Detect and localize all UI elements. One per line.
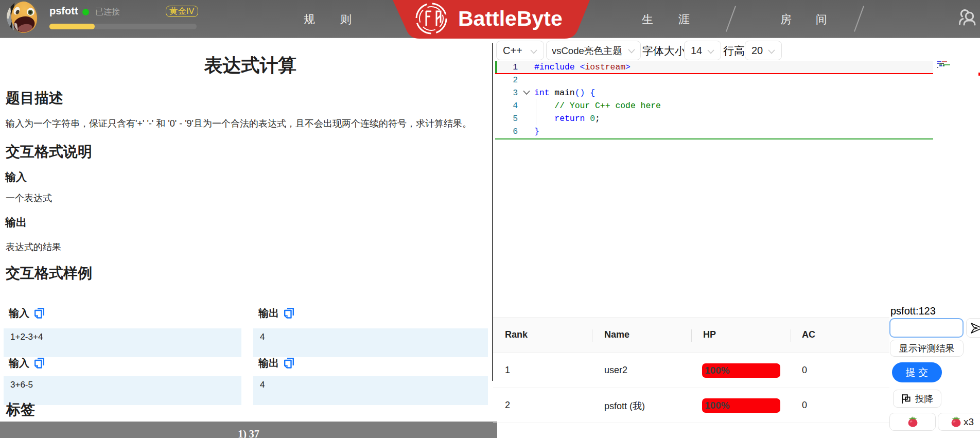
svg-text:BattleByte: BattleByte [458, 7, 563, 30]
